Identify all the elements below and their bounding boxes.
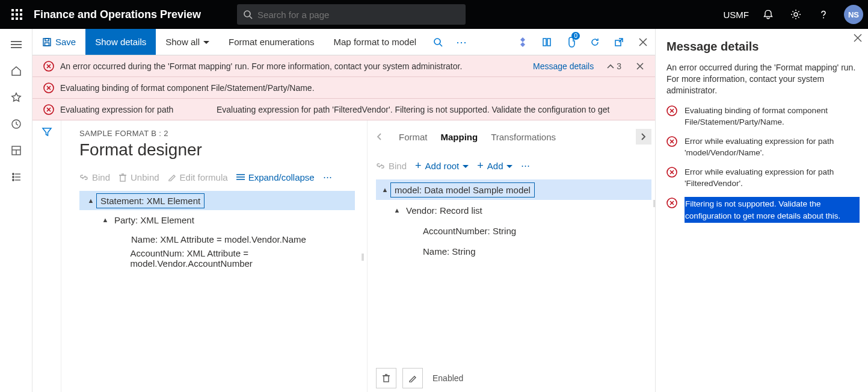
format-tree: ▲ Statement: XML Element ▲ Party: XML El…	[79, 191, 355, 268]
banner-count: 3	[617, 61, 621, 71]
caret-icon[interactable]: ▲	[100, 216, 111, 223]
tab-mapping[interactable]: Mapping	[440, 129, 479, 145]
save-button[interactable]: Save	[32, 29, 85, 55]
tree-node[interactable]: AccountNum: XML Attribute = model.Vendor…	[79, 249, 355, 268]
error-icon	[43, 61, 54, 72]
message-item-highlighted: Filtering is not supported. Validate the…	[666, 197, 860, 223]
expand-collapse-button[interactable]: Expand/collapse	[236, 172, 315, 182]
company-code[interactable]: USMF	[721, 10, 752, 20]
banner-prefix: Evaluating expression for path	[60, 105, 180, 114]
caret-icon[interactable]: ▲	[380, 186, 390, 193]
error-icon	[666, 135, 679, 147]
close-page-icon[interactable]	[631, 29, 655, 55]
link-icon[interactable]	[511, 29, 535, 55]
search-icon	[243, 10, 253, 19]
svg-rect-31	[45, 43, 49, 46]
close-panel-icon[interactable]	[854, 34, 862, 42]
bind-button[interactable]: Bind	[79, 172, 110, 182]
message-details-link[interactable]: Message details	[529, 61, 597, 71]
svg-line-13	[250, 16, 252, 19]
help-icon[interactable]	[813, 4, 834, 25]
svg-point-12	[244, 11, 250, 17]
content: SAMPLE FORMAT B : 2 Format designer Bind…	[32, 120, 655, 392]
search-box[interactable]	[237, 4, 466, 25]
add-button[interactable]: + Add	[477, 161, 512, 171]
svg-rect-6	[11, 13, 14, 16]
hamburger-icon[interactable]	[2, 33, 30, 57]
tab-prev-icon[interactable]	[376, 132, 387, 141]
refresh-icon[interactable]	[583, 29, 607, 55]
unbind-button[interactable]: Unbind	[119, 172, 159, 182]
add-root-button[interactable]: + Add root	[415, 161, 469, 171]
banner-close-icon[interactable]	[631, 63, 649, 70]
main: Save Show details Show all Format enumer…	[32, 29, 655, 392]
gear-icon[interactable]	[785, 4, 807, 25]
caret-icon[interactable]: ▲	[392, 207, 402, 214]
svg-rect-39	[120, 175, 125, 181]
edit-button[interactable]	[402, 368, 423, 388]
side-panel-title: Message details	[666, 40, 860, 54]
svg-rect-5	[20, 9, 22, 11]
home-icon[interactable]	[2, 59, 30, 83]
tab-next-icon[interactable]	[636, 129, 651, 145]
bind-button-right[interactable]: Bind	[376, 161, 407, 171]
mapping-tree: ▲ model: Data model Sample model ▲ Vendo…	[376, 179, 651, 261]
svg-rect-9	[11, 17, 14, 20]
show-details-button[interactable]: Show details	[85, 29, 156, 55]
filter-icon[interactable]	[42, 126, 52, 392]
action-toolbar: Save Show details Show all Format enumer…	[32, 29, 655, 55]
modules-icon[interactable]	[2, 165, 30, 189]
error-icon	[666, 105, 679, 116]
edit-formula-button[interactable]: Edit formula	[168, 172, 228, 182]
chevron-down-icon	[203, 37, 209, 47]
svg-point-15	[823, 17, 824, 19]
left-overflow-icon[interactable]: ⋯	[323, 172, 333, 182]
recent-icon[interactable]	[2, 112, 30, 136]
banner-text: An error occurred during the 'Format map…	[60, 61, 523, 71]
search-action-icon[interactable]	[426, 29, 450, 55]
tree-node[interactable]: ▲ model: Data model Sample model	[376, 179, 651, 200]
right-pane-toolbar: Bind + Add root + Add ⋯	[376, 160, 651, 171]
show-all-button[interactable]: Show all	[156, 29, 219, 55]
tree-node[interactable]: Name: String	[376, 241, 651, 261]
format-enumerations-button[interactable]: Format enumerations	[219, 29, 324, 55]
overflow-icon[interactable]: ⋯	[450, 29, 474, 55]
book-icon[interactable]	[535, 29, 559, 55]
page-title: Format designer	[79, 140, 355, 160]
save-label: Save	[55, 37, 76, 47]
search-input[interactable]	[257, 10, 460, 20]
side-panel-description: An error occurred during the 'Format map…	[666, 62, 860, 96]
mapping-pane: Format Mapping Transformations Bind	[367, 120, 655, 392]
chevron-down-icon	[463, 161, 469, 171]
tree-node[interactable]: ▲ Party: XML Element	[79, 210, 355, 229]
app-launcher-icon[interactable]	[5, 2, 29, 26]
message-item: Error while evaluating expression for pa…	[666, 135, 860, 159]
svg-point-25	[12, 176, 13, 178]
workspace-icon[interactable]	[2, 138, 30, 163]
map-format-button[interactable]: Map format to model	[324, 29, 426, 55]
show-details-label: Show details	[95, 37, 146, 47]
tab-transformations[interactable]: Transformations	[490, 129, 557, 145]
message-details-panel: Message details An error occurred during…	[655, 29, 868, 392]
show-all-label: Show all	[165, 37, 200, 47]
banner-collapse-button[interactable]: 3	[603, 61, 625, 71]
delete-button[interactable]	[376, 368, 396, 388]
avatar[interactable]: NS	[844, 5, 863, 24]
svg-rect-4	[16, 9, 18, 11]
caret-icon[interactable]: ▲	[85, 197, 96, 204]
banner-text: Evaluating expression for path 'Filtered…	[217, 105, 649, 114]
svg-rect-7	[16, 13, 18, 16]
star-icon[interactable]	[2, 86, 30, 110]
popout-icon[interactable]	[607, 29, 631, 55]
attachments-icon[interactable]: 0	[559, 29, 583, 55]
tree-node[interactable]: AccountNumber: String	[376, 220, 651, 241]
tab-format[interactable]: Format	[398, 129, 429, 145]
tree-node[interactable]: ▲ Statement: XML Element	[79, 191, 355, 210]
top-header: Finance and Operations Preview USMF NS	[0, 0, 868, 29]
bell-icon[interactable]	[757, 4, 779, 25]
right-overflow-icon[interactable]: ⋯	[521, 160, 531, 171]
tree-node[interactable]: ▲ Vendor: Record list	[376, 200, 651, 220]
splitter-handle[interactable]	[362, 120, 367, 392]
map-format-label: Map format to model	[334, 37, 417, 47]
svg-point-14	[794, 13, 798, 16]
